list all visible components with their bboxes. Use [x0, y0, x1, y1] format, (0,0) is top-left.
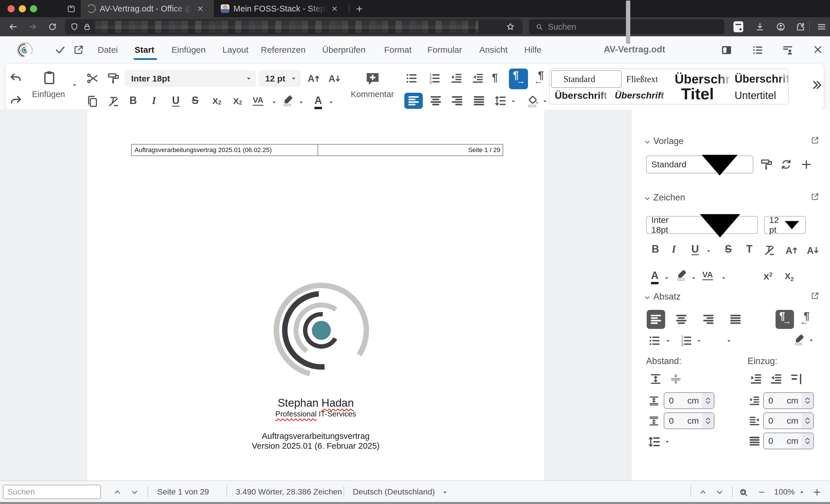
sidebar-align-center-icon[interactable] [675, 313, 688, 326]
align-left-icon[interactable] [404, 93, 423, 109]
sidebar-justify-icon[interactable] [729, 313, 742, 326]
language-dropdown-icon[interactable] [442, 490, 448, 495]
font-name-dropdown-icon[interactable] [246, 75, 252, 82]
bookmark-star-icon[interactable] [506, 22, 515, 31]
increase-indent-icon[interactable] [449, 72, 464, 85]
subscript-icon[interactable]: X2 [213, 96, 221, 106]
line-spacing-dropdown-icon[interactable] [510, 99, 516, 104]
word-count[interactable]: 3.490 Wörter, 28.386 Zeichen [236, 487, 342, 497]
background-color-dropdown-icon[interactable] [542, 99, 548, 104]
sidebar-bold-icon[interactable]: B [651, 243, 659, 255]
sidebar-outline-list-icon[interactable] [709, 334, 723, 347]
sidebar-strikethrough-icon[interactable]: S [725, 243, 732, 255]
sidebar-increase-indent-icon[interactable] [749, 372, 763, 386]
previous-page-icon[interactable] [699, 488, 707, 497]
header-right-cell[interactable]: Seite 1 / 29 [318, 144, 503, 156]
sidebar-font-size-dropdown-icon[interactable] [779, 212, 805, 238]
sidebar-font-name-combobox[interactable]: Inter 18pt [646, 216, 758, 234]
formatting-marks-icon[interactable]: ¶ [492, 73, 498, 83]
sidebar-paragraph-ltr-icon[interactable]: ¶ → [775, 310, 794, 329]
zeichen-collapse-icon[interactable] [643, 195, 651, 202]
absatz-collapse-icon[interactable] [643, 294, 651, 301]
bold-icon[interactable]: B [129, 95, 137, 107]
paragraph-ltr-icon[interactable]: ¶ → [509, 69, 528, 89]
increase-spacing-icon[interactable] [649, 372, 662, 386]
style-titel[interactable]: Titel [672, 85, 732, 103]
open-in-new-icon[interactable] [73, 44, 84, 55]
lock-icon[interactable] [83, 23, 91, 31]
tab-close-icon[interactable] [196, 5, 204, 12]
decrease-indent-icon[interactable] [471, 72, 485, 85]
sidebar-line-spacing-icon[interactable] [647, 435, 662, 449]
zoom-in-icon[interactable] [812, 487, 822, 497]
browser-search-input[interactable] [548, 22, 703, 32]
highlight-dropdown-icon[interactable] [298, 100, 304, 105]
window-close-button[interactable] [7, 5, 15, 12]
zoom-reset-icon[interactable] [738, 487, 749, 498]
menu-referenzen[interactable]: Referenzen [261, 45, 306, 55]
back-button[interactable] [8, 22, 18, 32]
sidebar-text-effects-icon[interactable]: T [746, 243, 753, 255]
doc-title-line2[interactable]: Version 2025.01 (6. Februar 2025) [87, 441, 544, 451]
more-styles-icon[interactable] [811, 79, 822, 91]
character-spacing-icon[interactable]: VA [253, 96, 263, 106]
document-search-input[interactable] [3, 485, 101, 499]
save-indicator-icon[interactable] [54, 44, 66, 56]
zoom-out-icon[interactable] [757, 488, 766, 497]
character-spacing-dropdown-icon[interactable] [271, 100, 277, 105]
menu-einfuegen[interactable]: Einfügen [171, 45, 205, 55]
sidebar-numbered-dropdown-icon[interactable] [696, 338, 702, 344]
sidebar-paragraph-background-icon[interactable] [793, 333, 805, 346]
sidebar-numbered-list-icon[interactable]: 123 [679, 334, 693, 347]
strikethrough-icon[interactable]: S [192, 95, 198, 107]
background-color-icon[interactable] [526, 94, 540, 108]
search-previous-icon[interactable] [113, 488, 122, 497]
menu-ueberpruefen[interactable]: Überprüfen [322, 45, 365, 55]
extensions-puzzle-icon[interactable] [795, 22, 805, 32]
zoom-level[interactable]: 100% [774, 487, 795, 497]
decrease-spacing-icon[interactable] [669, 372, 682, 386]
sidebar-align-left-icon[interactable] [647, 310, 665, 329]
copy-icon[interactable] [86, 95, 99, 108]
paste-icon[interactable] [41, 69, 57, 87]
menu-hilfe[interactable]: Hilfe [524, 45, 542, 55]
comment-label[interactable]: Kommentar [351, 90, 394, 99]
menu-datei[interactable]: Datei [98, 45, 118, 55]
cut-icon[interactable] [86, 72, 99, 85]
numbered-list-icon[interactable]: 123 [427, 72, 442, 85]
document-page[interactable]: Auftragsverarbeitungsvertrag 2025.01 (06… [87, 109, 544, 480]
font-name-combobox[interactable]: Inter 18pt [125, 70, 256, 87]
spacing-below-field[interactable]: 0cm [664, 412, 714, 429]
address-bar[interactable] [65, 19, 522, 34]
page-info[interactable]: Seite 1 von 29 [157, 487, 209, 497]
highlight-color-icon[interactable] [282, 94, 294, 107]
forward-button[interactable] [28, 22, 37, 32]
menu-start[interactable]: Start [135, 45, 154, 55]
font-color-dropdown-icon[interactable] [328, 100, 334, 105]
sidebar-decrease-font-icon[interactable]: A [805, 244, 819, 257]
clear-formatting-icon[interactable] [107, 95, 120, 108]
refresh-style-icon[interactable] [779, 158, 793, 171]
tab-foss-stack[interactable]: Mein FOSS-Stack - Stephan Ha [214, 0, 349, 17]
sidebar-line-spacing-dropdown-icon[interactable] [664, 439, 670, 445]
tab-av-vertrag[interactable]: AV-Vertrag.odt - Office @ Hada [81, 0, 214, 17]
hanging-indent-icon[interactable] [789, 372, 803, 386]
sidebar-font-color-icon[interactable]: A [651, 270, 659, 284]
style-ueberschrift-3[interactable]: Überschrift 3 [552, 87, 612, 104]
style-untertitel[interactable]: Untertitel [732, 87, 789, 104]
sidebar-decrease-indent-icon[interactable] [769, 372, 783, 386]
sidebar-align-right-icon[interactable] [702, 313, 715, 326]
header-table[interactable]: Auftragsverarbeitungsvertrag 2025.01 (06… [131, 144, 503, 156]
sidebar-bullet-dropdown-icon[interactable] [665, 338, 671, 344]
firefox-view-icon[interactable] [67, 4, 76, 13]
paragraph-style-combobox[interactable]: Standard [646, 156, 753, 173]
first-line-indent-field[interactable]: 0cm [763, 433, 814, 449]
style-fliesstext[interactable]: Fließtext [612, 70, 672, 88]
sidebar-highlight-dropdown-icon[interactable] [691, 275, 697, 281]
sidebar-paragraph-rtl-icon[interactable]: ¶ ← [800, 311, 817, 328]
comment-icon[interactable] [364, 70, 381, 87]
bullet-list-icon[interactable] [404, 72, 419, 85]
sidebar-superscript-icon[interactable]: X2 [763, 271, 772, 282]
sidebar-subscript-icon[interactable]: X2 [785, 271, 794, 282]
font-size-combobox[interactable]: 12 pt [259, 70, 301, 87]
